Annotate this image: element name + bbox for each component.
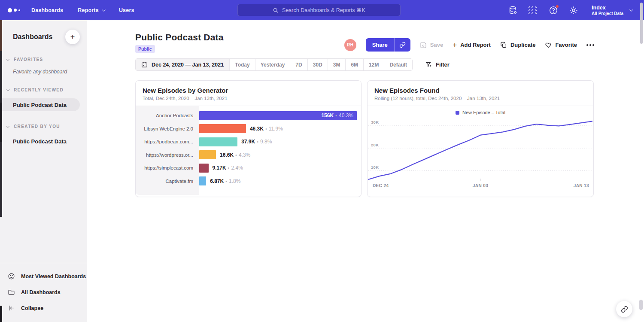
- bar-value-label: 16.6K•4.3%: [220, 152, 250, 158]
- share-link-button[interactable]: [395, 38, 410, 52]
- x-axis-labels: DEC 24JAN 03JAN 13: [368, 181, 592, 191]
- add-report-label: Add Report: [460, 42, 491, 48]
- bar-segment[interactable]: [199, 137, 237, 146]
- date-preset-yesterday[interactable]: Yesterday: [255, 59, 290, 70]
- date-preset-today[interactable]: Today: [229, 59, 255, 70]
- date-presets: TodayYesterday7D30D3M6M12MDefault: [229, 59, 412, 70]
- date-range-label: Dec 24, 2020 — Jan 13, 2021: [152, 62, 224, 68]
- line-chart-card: New Episodes Found Rolling (12 hours), t…: [367, 80, 594, 197]
- help-icon[interactable]: [549, 6, 558, 15]
- scrollbar-thumb[interactable]: [640, 3, 643, 44]
- save-label: Save: [430, 42, 443, 48]
- legend-label: New Episode – Total: [462, 110, 505, 115]
- filter-label: Filter: [436, 61, 450, 68]
- more-options-button[interactable]: [586, 43, 594, 48]
- chevron-down-icon: [629, 8, 633, 11]
- chart-title: New Episodes by Generator: [143, 87, 354, 94]
- bar-segment[interactable]: [199, 124, 246, 133]
- date-preset-12m[interactable]: 12M: [363, 59, 384, 70]
- favorite-button[interactable]: Favorite: [545, 42, 577, 49]
- footer-label: Collapse: [21, 305, 43, 311]
- chart-subtitle: Total, Dec 24th, 2020 – Jan 13th, 2021: [143, 96, 354, 101]
- settings-gear-icon[interactable]: [569, 6, 578, 15]
- section-created-by-you[interactable]: CREATED BY YOU: [0, 124, 87, 129]
- section-favorites[interactable]: FAVORITES: [0, 57, 87, 62]
- add-dashboard-button[interactable]: +: [65, 30, 80, 44]
- date-range-button[interactable]: Dec 24, 2020 — Jan 13, 2021: [136, 59, 229, 70]
- bar-value-label: 6.87K•1.8%: [210, 178, 240, 184]
- filter-button[interactable]: Filter: [425, 61, 450, 68]
- bar-row: https://simplecast.com9.17K•2.4%: [136, 161, 361, 175]
- nav-item-users[interactable]: Users: [119, 7, 134, 13]
- bar-segment[interactable]: 156K•40.3%: [199, 111, 357, 120]
- apps-grid-icon[interactable]: [529, 6, 538, 15]
- bar-chart-card: New Episodes by Generator Total, Dec 24t…: [135, 80, 361, 197]
- all-dashboards-button[interactable]: All Dashboards: [0, 284, 87, 300]
- bar-row: https://wordpress.or...16.6K•4.3%: [136, 149, 361, 162]
- share-button[interactable]: Share: [366, 38, 395, 52]
- most-viewed-dashboards-button[interactable]: Most Viewed Dashboards: [0, 268, 87, 284]
- chart-legend[interactable]: New Episode – Total: [368, 106, 593, 117]
- nav-item-dashboards[interactable]: Dashboards: [31, 7, 63, 13]
- public-badge: Public: [135, 45, 155, 53]
- plus-icon: +: [453, 42, 457, 48]
- duplicate-icon: [500, 42, 507, 49]
- collapse-sidebar-button[interactable]: Collapse: [0, 300, 87, 316]
- chart-title: New Episodes Found: [374, 87, 586, 94]
- save-button[interactable]: Save: [420, 42, 443, 49]
- add-report-button[interactable]: + Add Report: [453, 42, 491, 48]
- date-preset-30d[interactable]: 30D: [307, 59, 328, 70]
- date-preset-default[interactable]: Default: [384, 59, 412, 70]
- bar-row: https://podbean.com...37.9K•9.8%: [136, 135, 361, 149]
- bar-row: Anchor Podcasts156K•40.3%: [136, 109, 361, 122]
- date-preset-7d[interactable]: 7D: [290, 59, 307, 70]
- section-label: RECENTLY VIEWED: [14, 88, 64, 92]
- main-content: Public Podcast Data Public RH Share Save…: [87, 20, 644, 322]
- collapse-arrow-icon: [8, 304, 15, 312]
- section-label: FAVORITES: [14, 57, 43, 62]
- legend-swatch: [456, 111, 459, 115]
- bar-row: Captivate.fm6.87K•1.8%: [136, 175, 361, 188]
- search-input[interactable]: Search Dashboards & Reports ⌘K: [237, 4, 401, 16]
- smiley-icon: [8, 273, 15, 280]
- line-plot-area[interactable]: 10K20K30K: [368, 117, 592, 181]
- data-sources-icon[interactable]: [508, 6, 518, 15]
- sidebar-item-public-podcast-data-created[interactable]: Public Podcast Data: [0, 135, 87, 148]
- bar-segment[interactable]: [199, 150, 216, 159]
- background-edge-strip: [0, 20, 2, 322]
- app-logo[interactable]: [8, 8, 20, 12]
- bar-category-label: https://podbean.com...: [136, 139, 199, 144]
- avatar[interactable]: RH: [344, 39, 356, 51]
- date-preset-3m[interactable]: 3M: [328, 59, 346, 70]
- favorite-label: Favorite: [555, 42, 577, 48]
- date-preset-6m[interactable]: 6M: [345, 59, 363, 70]
- bar-value-label: 37.9K•9.8%: [241, 139, 272, 145]
- share-link-fab[interactable]: [616, 301, 632, 317]
- bar-category-label: Anchor Podcasts: [136, 113, 199, 118]
- x-axis-tick-label: JAN 13: [574, 183, 589, 188]
- sidebar-title: Dashboards: [13, 33, 52, 41]
- date-range-control: Dec 24, 2020 — Jan 13, 2021 TodayYesterd…: [135, 58, 413, 71]
- chevron-down-icon: [6, 124, 9, 128]
- bar-segment[interactable]: [199, 176, 206, 185]
- bar-value-label: 9.17K•2.4%: [213, 165, 243, 171]
- save-icon: [420, 42, 427, 49]
- chevron-down-icon: [6, 88, 9, 91]
- bar-category-label: Captivate.fm: [136, 179, 199, 184]
- search-placeholder: Search Dashboards & Reports ⌘K: [282, 7, 365, 13]
- bar-category-label: https://wordpress.or...: [136, 152, 199, 158]
- x-axis-tick-label: JAN 03: [473, 183, 488, 188]
- nav-item-label: Reports: [78, 7, 99, 13]
- footer-label: All Dashboards: [21, 289, 61, 295]
- account-switcher[interactable]: Index All Project Data: [592, 5, 632, 16]
- duplicate-button[interactable]: Duplicate: [500, 42, 536, 49]
- bar-segment[interactable]: [199, 164, 209, 173]
- x-axis-tick-label: DEC 24: [373, 183, 389, 188]
- sidebar: Dashboards + FAVORITES Favorite any dash…: [0, 20, 87, 322]
- search-icon: [273, 7, 279, 13]
- nav-item-reports[interactable]: Reports: [78, 7, 104, 13]
- account-name: Index: [592, 5, 623, 11]
- sidebar-item-public-podcast-data[interactable]: Public Podcast Data: [0, 98, 80, 111]
- scrollbar-nub[interactable]: [639, 300, 643, 310]
- section-recently-viewed[interactable]: RECENTLY VIEWED: [0, 88, 87, 92]
